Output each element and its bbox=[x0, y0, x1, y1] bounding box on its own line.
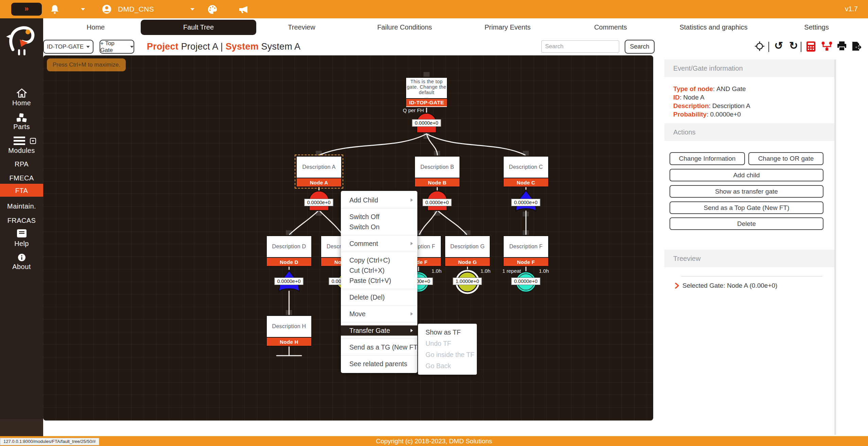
palette-icon[interactable] bbox=[207, 4, 218, 15]
sidebar-collapse-button[interactable]: » bbox=[11, 3, 42, 16]
add-top-gate-dropdown[interactable]: + Top Gate bbox=[100, 40, 134, 54]
user-avatar-icon[interactable] bbox=[102, 4, 111, 14]
copyright-label: Copyright (c) 2018-2023, DMD Solutions bbox=[376, 438, 492, 445]
menu-item-add-child[interactable]: Add Child bbox=[341, 195, 417, 205]
show-as-transfer-gate-button[interactable]: Show as transfer gate bbox=[670, 185, 823, 198]
parts-icon[interactable] bbox=[16, 113, 28, 123]
export-icon[interactable] bbox=[851, 41, 861, 51]
user-caret-icon[interactable] bbox=[190, 8, 194, 11]
colon: : bbox=[713, 85, 715, 92]
help-icon[interactable] bbox=[17, 229, 27, 238]
sidebar-item-modules[interactable]: Modules bbox=[0, 147, 43, 155]
tab-comments[interactable]: Comments bbox=[559, 18, 662, 36]
redo-icon[interactable]: ↻ bbox=[789, 40, 798, 52]
menu-item-delete[interactable]: Delete (Del) bbox=[341, 292, 417, 302]
colon: : bbox=[707, 111, 708, 118]
info-icon[interactable] bbox=[18, 253, 26, 262]
top-gate-node[interactable]: This is the top gate. Change the default… bbox=[405, 77, 448, 108]
tab-home[interactable]: Home bbox=[44, 18, 147, 36]
menu-item-switch-off[interactable]: Switch Off bbox=[341, 212, 417, 222]
node-h[interactable]: Description H Node H bbox=[266, 315, 312, 346]
tab-fault-tree[interactable]: Fault Tree bbox=[141, 20, 256, 35]
chevron-right-icon bbox=[675, 283, 679, 289]
top-gate-more: ... bbox=[425, 95, 429, 98]
submenu-arrow-icon bbox=[411, 312, 413, 316]
sidebar-item-fmeca[interactable]: FMECA bbox=[0, 174, 43, 182]
change-information-button[interactable]: Change Information bbox=[670, 152, 745, 165]
treeview-selected-gate-row[interactable]: Selected Gate: Node A (0.00e+0) bbox=[675, 282, 777, 289]
menu-divider bbox=[341, 208, 417, 209]
tab-statistics[interactable]: Statistics and graphics bbox=[662, 18, 765, 36]
sidebar-item-maintain[interactable]: Maintain. bbox=[0, 202, 43, 210]
tab-treeview[interactable]: Treeview bbox=[250, 18, 353, 36]
probability-value: 0.0000e+0 bbox=[710, 111, 741, 118]
sidebar-item-home[interactable]: Home bbox=[0, 99, 43, 107]
sidebar-bottom-panel bbox=[0, 419, 43, 436]
sidebar-item-parts[interactable]: Parts bbox=[0, 123, 43, 131]
search-input[interactable] bbox=[541, 40, 619, 53]
menu-item-paste[interactable]: Paste (Ctrl+V) bbox=[341, 275, 417, 286]
menu-item-comment[interactable]: Comment bbox=[341, 238, 417, 249]
top-gate-value: 0.0000e+0 bbox=[412, 119, 441, 127]
home-icon[interactable] bbox=[17, 88, 27, 98]
add-child-button[interactable]: Add child bbox=[670, 169, 823, 181]
tab-failure-conditions[interactable]: Failure Conditions bbox=[353, 18, 456, 36]
node-f2-description: Description F bbox=[504, 236, 548, 257]
send-as-top-gate-button[interactable]: Send as a Top Gate (New FT) bbox=[670, 201, 823, 214]
calculator-icon[interactable] bbox=[806, 41, 816, 52]
bell-icon[interactable] bbox=[50, 4, 59, 14]
node-d-id: Node D bbox=[267, 257, 311, 266]
username-label[interactable]: DMD_CNS bbox=[118, 5, 154, 13]
menu-item-switch-on[interactable]: Switch On bbox=[341, 222, 417, 232]
node-d-value: 0.0000e+0 bbox=[275, 278, 303, 285]
menu-divider bbox=[341, 339, 417, 339]
node-d[interactable]: Description D Node D bbox=[266, 235, 312, 267]
sidebar-item-fracas[interactable]: FRACAS bbox=[0, 217, 43, 225]
menu-item-transfer-gate[interactable]: Transfer Gate bbox=[341, 325, 417, 336]
tab-primary-events[interactable]: Primary Events bbox=[456, 18, 559, 36]
minimal-cutsets-icon[interactable] bbox=[821, 41, 833, 51]
menu-item-copy[interactable]: Copy (Ctrl+C) bbox=[341, 255, 417, 265]
node-f2-value: 0.0000e+0 bbox=[511, 278, 540, 285]
bell-caret-icon[interactable] bbox=[81, 8, 85, 11]
print-icon[interactable] bbox=[837, 41, 847, 51]
colon: : bbox=[709, 102, 711, 109]
menu-item-label: Transfer Gate bbox=[349, 327, 390, 334]
undo-icon[interactable]: ↺ bbox=[774, 40, 783, 52]
sidebar-item-rpa[interactable]: RPA bbox=[0, 160, 43, 168]
search-button[interactable]: Search bbox=[625, 40, 655, 54]
node-g[interactable]: Description G Node G bbox=[445, 235, 490, 267]
submenu-item-show-as-tf[interactable]: Show as TF bbox=[418, 327, 477, 338]
change-to-or-gate-button[interactable]: Change to OR gate bbox=[748, 152, 823, 165]
gate-select-dropdown[interactable]: ID-TOP-GATE bbox=[43, 40, 93, 54]
modules-icon[interactable] bbox=[14, 137, 25, 145]
actions-header: Actions bbox=[664, 123, 834, 141]
modules-expand-icon[interactable] bbox=[30, 138, 36, 144]
project-label: Project bbox=[147, 41, 178, 52]
top-gate-text: This is the top bbox=[411, 79, 443, 84]
system-label: System bbox=[226, 41, 259, 52]
sidebar-item-fta[interactable]: FTA bbox=[0, 187, 43, 195]
node-b[interactable]: Description B Node B bbox=[414, 156, 460, 187]
tab-settings[interactable]: Settings bbox=[765, 18, 868, 36]
menu-divider bbox=[341, 289, 417, 289]
delete-button[interactable]: Delete bbox=[670, 217, 823, 230]
menu-item-send-tg[interactable]: Send as a TG (New FT) bbox=[341, 342, 417, 352]
menu-item-see-related-parents[interactable]: See related parents bbox=[341, 359, 417, 369]
node-c[interactable]: Description C Node C bbox=[503, 156, 549, 187]
center-view-icon[interactable] bbox=[754, 41, 765, 51]
menu-item-cut[interactable]: Cut (Ctrl+X) bbox=[341, 265, 417, 275]
menu-item-move[interactable]: Move bbox=[341, 309, 417, 319]
sidebar-item-help[interactable]: Help bbox=[0, 240, 43, 248]
node-f2[interactable]: Description F Node F bbox=[503, 235, 549, 267]
menu-divider bbox=[341, 322, 417, 322]
node-a[interactable]: Description A Node A bbox=[296, 156, 342, 187]
node-c-id: Node C bbox=[504, 178, 548, 186]
node-context-menu: Add Child Switch Off Switch On Comment C… bbox=[341, 191, 417, 373]
add-top-gate-label: + Top Gate bbox=[100, 40, 127, 54]
node-h-description: Description H bbox=[267, 316, 311, 337]
panel-scrollbar[interactable] bbox=[834, 59, 836, 435]
sidebar-item-about[interactable]: About bbox=[0, 263, 43, 271]
top-gate-text: gate. Change the bbox=[407, 84, 446, 90]
megaphone-icon[interactable] bbox=[238, 4, 249, 15]
